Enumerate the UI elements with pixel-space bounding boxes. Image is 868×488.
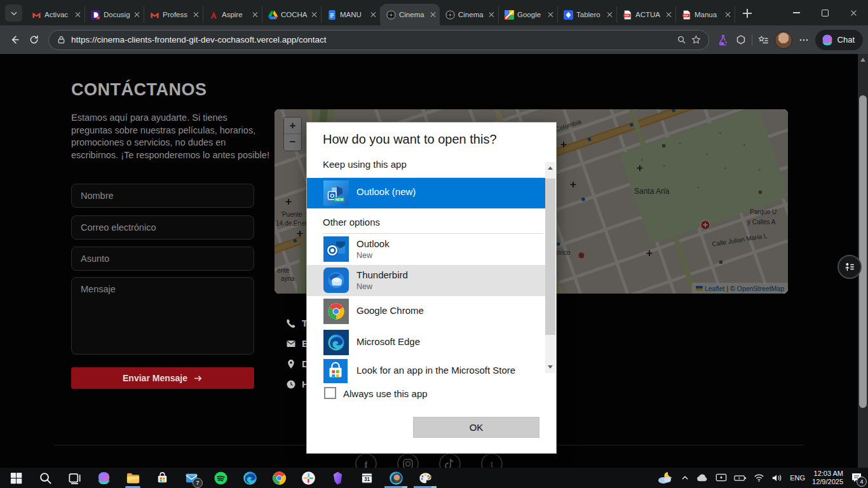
- tab-search-button[interactable]: [5, 4, 22, 22]
- tab-close-icon[interactable]: [193, 11, 200, 18]
- tab-manua[interactable]: PDFManua: [676, 6, 735, 23]
- scroll-down-icon[interactable]: [548, 365, 553, 369]
- copilot-chat-button[interactable]: Chat: [815, 30, 863, 50]
- tab-aspire[interactable]: Aspire: [203, 6, 262, 23]
- tiktok-icon[interactable]: [438, 452, 461, 468]
- contact-row: E: [286, 336, 309, 351]
- tab-close-icon[interactable]: [607, 11, 613, 18]
- cast-icon[interactable]: [715, 473, 727, 483]
- taskbar-taskbar-search[interactable]: [37, 470, 53, 486]
- refresh-button[interactable]: [24, 30, 43, 50]
- taskbar-edge-profile[interactable]: [388, 470, 404, 486]
- facebook-icon[interactable]: f: [355, 452, 377, 468]
- battery-icon[interactable]: [734, 474, 747, 482]
- scrollbar-thumb[interactable]: [859, 95, 867, 408]
- instagram-icon[interactable]: [397, 452, 419, 468]
- taskbar-mail[interactable]: 7: [183, 470, 200, 486]
- tab-close-icon[interactable]: [370, 11, 377, 18]
- onedrive-icon[interactable]: [696, 474, 709, 482]
- send-message-button[interactable]: Enviar Mensaje: [71, 367, 254, 389]
- taskbar-paint[interactable]: [417, 470, 433, 486]
- tab-cocha[interactable]: COCHA: [262, 6, 322, 23]
- taskbar-task-view[interactable]: [66, 470, 83, 486]
- chat-label: Chat: [837, 35, 855, 44]
- tab-activac[interactable]: Activac: [26, 6, 85, 23]
- clock[interactable]: 12:03 AM 12/9/2025: [812, 470, 843, 486]
- taskbar-microsoft-store[interactable]: [154, 470, 170, 486]
- close-window-button[interactable]: [839, 0, 868, 25]
- app-option-look-for-an-app-in-the-microsoft-store[interactable]: Look for an app in the Microsoft Store: [307, 358, 545, 384]
- favorites-button[interactable]: [754, 31, 772, 49]
- tab-close-icon[interactable]: [666, 11, 672, 18]
- ellipsis-icon: [798, 34, 810, 46]
- tab-cinema[interactable]: Cinema: [440, 6, 499, 23]
- tab-manu[interactable]: MANU: [322, 6, 381, 23]
- profile-avatar[interactable]: [775, 31, 792, 49]
- minimize-button[interactable]: [782, 0, 811, 25]
- minimize-icon: [793, 12, 800, 13]
- taskbar-start-button[interactable]: [8, 470, 24, 486]
- app-option-google-chrome[interactable]: Google Chrome: [307, 296, 545, 327]
- scroll-up-icon[interactable]: [548, 166, 553, 170]
- system-tray: ENG 12:03 AM 12/9/2025 4: [657, 468, 863, 488]
- taskbar-copilot[interactable]: [95, 470, 112, 486]
- taskbar-chrome[interactable]: [271, 470, 287, 486]
- app-option-thunderbird[interactable]: ThunderbirdNew: [307, 265, 545, 296]
- dialog-scrollbar-thumb[interactable]: [545, 179, 555, 335]
- subject-field[interactable]: [71, 247, 254, 271]
- tab-close-icon[interactable]: [75, 11, 81, 18]
- dialog-title: How do you want to open this?: [323, 132, 497, 147]
- name-field[interactable]: [71, 184, 254, 208]
- app-option-outlook[interactable]: OutlookNew: [307, 234, 545, 265]
- taskbar-slack[interactable]: [300, 470, 316, 486]
- favorite-star-icon[interactable]: [691, 35, 701, 44]
- taskbar-obsidian[interactable]: [329, 470, 346, 486]
- tab-close-icon[interactable]: [489, 11, 495, 18]
- tab-actua[interactable]: PDFACTUA: [617, 6, 676, 23]
- ok-button[interactable]: OK: [413, 417, 539, 438]
- app-name: Thunderbird: [356, 269, 408, 280]
- address-bar[interactable]: https://cinema-clients-frontend-git-dev-…: [48, 30, 709, 50]
- language-indicator[interactable]: ENG: [790, 474, 805, 482]
- back-button[interactable]: [5, 30, 24, 50]
- tab-close-icon[interactable]: [430, 11, 437, 18]
- new-tab-button[interactable]: [739, 5, 756, 22]
- taskbar-calendar[interactable]: 31: [358, 470, 375, 486]
- app-option-outlook-new[interactable]: ONEW Outlook (new): [307, 178, 545, 208]
- message-field[interactable]: [71, 277, 254, 355]
- cinema-favicon: [386, 10, 396, 20]
- always-use-checkbox[interactable]: [324, 387, 336, 399]
- maximize-button[interactable]: [811, 0, 839, 25]
- tab-google[interactable]: Google: [499, 6, 558, 23]
- dialog-scrollbar[interactable]: [545, 162, 555, 373]
- tab-close-icon[interactable]: [548, 11, 554, 18]
- wifi-icon[interactable]: [754, 473, 764, 482]
- tab-close-icon[interactable]: [725, 11, 731, 18]
- accessibility-widget-button[interactable]: [837, 255, 862, 279]
- email-field[interactable]: [71, 215, 254, 240]
- tab-close-icon[interactable]: [134, 11, 140, 18]
- tab-cinema[interactable]: Cinema: [381, 4, 440, 25]
- volume-icon[interactable]: [771, 473, 783, 482]
- taskbar-spotify[interactable]: [212, 470, 229, 486]
- tab-tablero[interactable]: Tablero: [558, 6, 617, 23]
- tray-expand-icon[interactable]: [681, 473, 689, 482]
- tab-close-icon[interactable]: [311, 11, 318, 18]
- adobe-favicon: [209, 10, 219, 20]
- weather-icon[interactable]: [657, 471, 674, 484]
- phone-circle-icon[interactable]: t: [480, 452, 503, 468]
- browser-tab-strip: ActivacDocusigProfessAspireCOCHAMANUCine…: [0, 0, 868, 25]
- tab-docusig[interactable]: Docusig: [85, 6, 144, 23]
- taskbar-file-explorer[interactable]: [125, 470, 141, 486]
- app-option-microsoft-edge[interactable]: Microsoft Edge: [307, 327, 545, 358]
- extension-flask-button[interactable]: [714, 31, 732, 49]
- taskbar-edge[interactable]: [241, 470, 258, 486]
- url-text[interactable]: https://cinema-clients-frontend-git-dev-…: [71, 35, 672, 44]
- notification-center-button[interactable]: 4: [850, 471, 863, 484]
- extensions-button[interactable]: [732, 31, 750, 49]
- tab-close-icon[interactable]: [252, 11, 259, 18]
- search-icon[interactable]: [677, 35, 686, 44]
- tab-profess[interactable]: Profess: [144, 6, 203, 23]
- settings-menu-button[interactable]: [795, 31, 813, 49]
- scroll-up-icon[interactable]: [860, 58, 865, 62]
